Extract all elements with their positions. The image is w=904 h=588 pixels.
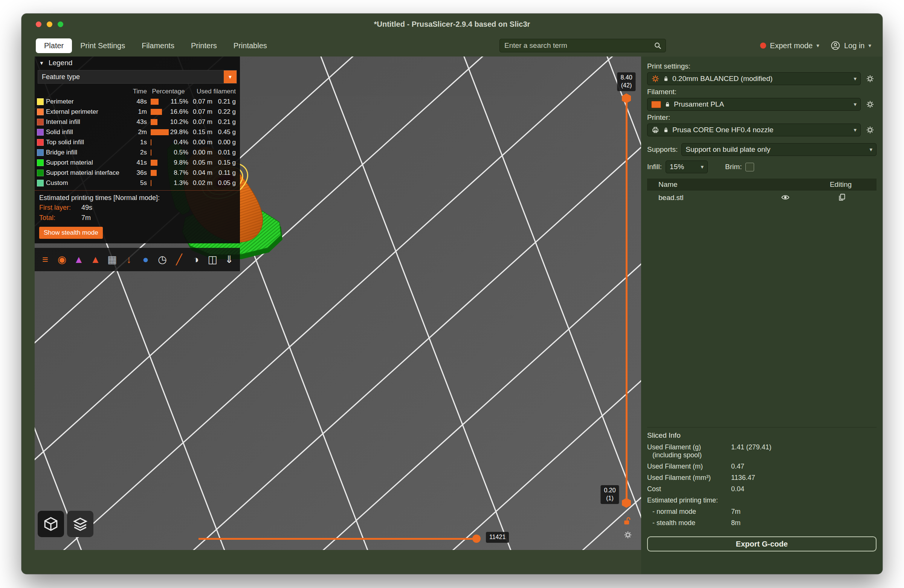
object-list-header: Name Editing [647,179,877,191]
tab-printers[interactable]: Printers [183,38,225,53]
print-settings-combo[interactable]: 0.20mm BALANCED (modified) ▾ [647,72,861,85]
layer-slider-upper-label: 8.40 (42) [617,72,635,91]
tab-plater[interactable]: Plater [36,38,72,53]
sliced-info-label: Estimated printing time: [647,496,728,504]
feature-types-button[interactable]: ▲ [71,250,86,269]
mode-selector[interactable]: Expert mode ▾ [760,41,819,50]
moves-slider[interactable] [199,538,476,540]
minimize-window-button[interactable] [47,22,52,27]
lock-icon [662,75,669,82]
travel-paths-button[interactable]: ≡ [38,250,52,269]
editor-3d-view-button[interactable] [38,511,64,537]
drop-to-bed-button[interactable]: ⇓ [222,250,237,269]
infill-dropdown[interactable]: 15% ▾ [665,160,708,173]
color-changes-button[interactable]: ● [139,250,153,269]
col-time: Time [130,88,149,95]
search-box[interactable] [499,39,666,52]
supports-dropdown[interactable]: Support on build plate only ▾ [681,143,877,156]
feature-length: 0.05 m [188,159,212,166]
percentage-bar [151,119,158,125]
search-input[interactable] [504,41,654,50]
feature-weight: 0.22 g [212,108,236,115]
filament-gear-button[interactable] [864,98,877,111]
percentage-bar [151,180,152,186]
tab-print-settings[interactable]: Print Settings [72,38,133,53]
percentage-bar [151,129,169,135]
moves-slider-handle[interactable] [473,534,480,543]
chevron-down-icon: ▾ [701,163,704,170]
view-type-dropdown[interactable]: Feature type ▼ [38,70,237,84]
col-percentage: Percentage [149,88,188,95]
preview-toolbar: ≡ ◉ ▲ ▲ ▦ ↓ ● ◷ ╱ ◑ ◫ ⇓ [35,248,240,271]
col-used-filament: Used filament [188,88,236,95]
screenshot-stage: *Untitled - PrusaSlicer-2.9.4 based on S… [0,0,904,588]
shadow-view-button[interactable]: ◑ [189,250,203,269]
triangle-down-icon: ▼ [228,74,233,80]
mac-traffic-lights [36,22,63,27]
close-window-button[interactable] [36,22,41,27]
sliced-info-value: 0.47 [731,463,877,471]
feature-length: 0.07 m [188,98,212,106]
mode-label: Expert mode [770,41,812,50]
feature-name: Support material interface [46,169,130,177]
shells-button[interactable]: ◉ [55,250,69,269]
sliced-info-label: Cost [647,485,728,493]
name-column-header: Name [647,180,763,189]
brim-checkbox[interactable] [746,163,754,171]
color-changes-icon: ● [142,254,149,265]
layer-slider[interactable] [626,98,627,503]
total-time: Total: 7m [35,213,240,223]
wipe-view-button[interactable]: ▦ [105,250,119,269]
preview-layers-view-button[interactable] [67,511,93,537]
shells-icon: ◉ [58,254,67,265]
printer-gear-button[interactable] [864,123,877,136]
seams-button[interactable]: ╱ [172,250,186,269]
login-control[interactable]: Log in ▾ [831,41,871,51]
object-settings-icon[interactable] [835,192,846,204]
sliced-info-row: Used Filament (m) 0.47 [647,463,877,471]
speed-view-button[interactable]: ▲ [88,250,103,269]
titlebar: *Untitled - PrusaSlicer-2.9.4 based on S… [22,14,882,35]
percentage-bar [151,109,162,115]
right-sidebar: Print settings: 0.20mm BALANCED (modifie… [641,57,882,574]
print-settings-value: 0.20mm BALANCED (modified) [672,74,850,83]
chevron-down-icon: ▾ [853,101,857,108]
3d-viewport[interactable]: ▼ Legend Feature type ▼ Time Percentage … [35,57,641,550]
view-mode-toggles [38,511,93,537]
printer-label: Printer: [647,113,877,122]
feature-length: 0.00 m [188,139,212,146]
tab-printables[interactable]: Printables [225,38,275,53]
layer-slider-settings-icon[interactable] [621,530,631,539]
object-list-row[interactable]: bead.stl [647,191,877,205]
sliced-info-label: Used Filament (m) [647,463,728,471]
sliced-info-row: Estimated printing time: [647,496,877,504]
show-stealth-mode-button[interactable]: Show stealth mode [39,227,103,239]
chevron-down-icon: ▾ [868,42,871,49]
print-time-button[interactable]: ◷ [155,250,169,269]
feature-pct: 1.3% [174,179,188,187]
search-icon [654,41,662,50]
view-type-dropdown-button[interactable]: ▼ [224,70,237,83]
filament-combo[interactable]: Prusament PLA ▾ [647,98,861,111]
first-layer-label: First layer: [39,204,81,212]
retractions-button[interactable]: ↓ [122,250,136,269]
export-gcode-button[interactable]: Export G-code [647,536,877,552]
sliced-info-row: - normal mode 7m [647,508,877,516]
chevron-down-icon: ▾ [869,146,872,153]
feature-pct: 9.8% [174,159,188,166]
printer-combo[interactable]: Prusa CORE One HF0.4 nozzle ▾ [647,123,861,136]
zoom-window-button[interactable] [58,22,63,27]
feature-name: Perimeter [46,98,130,106]
feature-name: Internal infill [46,118,130,126]
feature-time: 1s [130,139,149,146]
object-visibility-eye-icon[interactable] [779,192,790,204]
layer-range-lock-icon[interactable] [620,515,631,526]
wireframe-view-button[interactable]: ◫ [205,250,220,269]
tab-filaments[interactable]: Filaments [133,38,183,53]
feature-time: 2s [130,149,149,156]
brim-label: Brim: [725,163,742,171]
legend-header[interactable]: ▼ Legend [35,57,240,69]
sliced-info-value: 7m [731,508,877,516]
print-settings-gear-button[interactable] [864,72,877,85]
sliced-info-value: 8m [731,519,877,527]
